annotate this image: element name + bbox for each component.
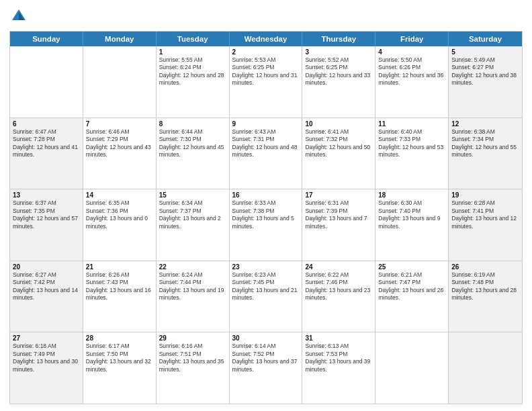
- day-cell-7: 7Sunrise: 6:46 AM Sunset: 7:29 PM Daylig…: [83, 118, 157, 189]
- day-info: Sunrise: 6:22 AM Sunset: 7:46 PM Dayligh…: [305, 271, 372, 302]
- calendar-header: SundayMondayTuesdayWednesdayThursdayFrid…: [10, 32, 522, 46]
- day-cell-23: 23Sunrise: 6:23 AM Sunset: 7:45 PM Dayli…: [230, 261, 303, 332]
- day-cell-12: 12Sunrise: 6:38 AM Sunset: 7:34 PM Dayli…: [449, 118, 522, 189]
- empty-cell-0-0: [10, 46, 83, 118]
- day-number: 22: [159, 263, 226, 271]
- day-info: Sunrise: 6:21 AM Sunset: 7:47 PM Dayligh…: [378, 271, 445, 302]
- day-cell-13: 13Sunrise: 6:37 AM Sunset: 7:35 PM Dayli…: [10, 189, 83, 261]
- day-cell-19: 19Sunrise: 6:28 AM Sunset: 7:41 PM Dayli…: [449, 189, 522, 261]
- day-cell-11: 11Sunrise: 6:40 AM Sunset: 7:33 PM Dayli…: [375, 118, 449, 189]
- day-number: 4: [378, 48, 445, 56]
- day-info: Sunrise: 6:18 AM Sunset: 7:49 PM Dayligh…: [13, 342, 80, 373]
- empty-cell-4-5: [375, 332, 449, 404]
- calendar-row-4: 27Sunrise: 6:18 AM Sunset: 7:49 PM Dayli…: [10, 332, 522, 404]
- day-number: 12: [451, 120, 519, 128]
- day-number: 21: [86, 263, 153, 271]
- day-info: Sunrise: 6:17 AM Sunset: 7:50 PM Dayligh…: [86, 342, 153, 373]
- day-number: 6: [13, 120, 80, 128]
- day-number: 13: [13, 191, 80, 199]
- day-info: Sunrise: 6:43 AM Sunset: 7:31 PM Dayligh…: [232, 128, 300, 159]
- day-info: Sunrise: 5:53 AM Sunset: 6:25 PM Dayligh…: [232, 56, 300, 87]
- day-cell-8: 8Sunrise: 6:44 AM Sunset: 7:30 PM Daylig…: [157, 118, 230, 189]
- calendar-row-2: 13Sunrise: 6:37 AM Sunset: 7:35 PM Dayli…: [10, 189, 522, 261]
- day-number: 5: [451, 48, 519, 56]
- header: [9, 7, 523, 26]
- day-info: Sunrise: 5:50 AM Sunset: 6:26 PM Dayligh…: [378, 56, 445, 87]
- calendar-row-1: 6Sunrise: 6:47 AM Sunset: 7:28 PM Daylig…: [10, 118, 522, 189]
- weekday-header-sunday: Sunday: [10, 32, 83, 46]
- day-cell-20: 20Sunrise: 6:27 AM Sunset: 7:42 PM Dayli…: [10, 261, 83, 332]
- day-cell-16: 16Sunrise: 6:33 AM Sunset: 7:38 PM Dayli…: [230, 189, 303, 261]
- day-number: 20: [13, 263, 80, 271]
- day-cell-15: 15Sunrise: 6:34 AM Sunset: 7:37 PM Dayli…: [157, 189, 230, 261]
- day-number: 28: [86, 334, 153, 342]
- day-cell-1: 1Sunrise: 5:55 AM Sunset: 6:24 PM Daylig…: [157, 46, 230, 118]
- day-number: 18: [378, 191, 445, 199]
- day-cell-6: 6Sunrise: 6:47 AM Sunset: 7:28 PM Daylig…: [10, 118, 83, 189]
- weekday-header-tuesday: Tuesday: [157, 32, 230, 46]
- logo-icon: [9, 7, 28, 26]
- day-cell-4: 4Sunrise: 5:50 AM Sunset: 6:26 PM Daylig…: [375, 46, 449, 118]
- day-number: 15: [159, 191, 226, 199]
- day-cell-17: 17Sunrise: 6:31 AM Sunset: 7:39 PM Dayli…: [302, 189, 375, 261]
- day-number: 29: [159, 334, 226, 342]
- day-number: 17: [305, 191, 372, 199]
- day-number: 31: [305, 334, 372, 342]
- day-number: 10: [305, 120, 372, 128]
- day-info: Sunrise: 6:35 AM Sunset: 7:36 PM Dayligh…: [86, 199, 153, 230]
- day-info: Sunrise: 6:34 AM Sunset: 7:37 PM Dayligh…: [159, 199, 226, 230]
- day-cell-9: 9Sunrise: 6:43 AM Sunset: 7:31 PM Daylig…: [230, 118, 303, 189]
- day-cell-2: 2Sunrise: 5:53 AM Sunset: 6:25 PM Daylig…: [230, 46, 303, 118]
- calendar-row-3: 20Sunrise: 6:27 AM Sunset: 7:42 PM Dayli…: [10, 261, 522, 332]
- day-cell-28: 28Sunrise: 6:17 AM Sunset: 7:50 PM Dayli…: [83, 332, 157, 404]
- day-info: Sunrise: 5:49 AM Sunset: 6:27 PM Dayligh…: [451, 56, 519, 87]
- day-number: 19: [451, 191, 519, 199]
- day-info: Sunrise: 6:47 AM Sunset: 7:28 PM Dayligh…: [13, 128, 80, 159]
- day-cell-22: 22Sunrise: 6:24 AM Sunset: 7:44 PM Dayli…: [157, 261, 230, 332]
- day-info: Sunrise: 6:28 AM Sunset: 7:41 PM Dayligh…: [451, 199, 519, 230]
- day-number: 23: [232, 263, 300, 271]
- day-info: Sunrise: 6:30 AM Sunset: 7:40 PM Dayligh…: [378, 199, 445, 230]
- day-info: Sunrise: 6:16 AM Sunset: 7:51 PM Dayligh…: [159, 342, 226, 373]
- day-number: 1: [159, 48, 226, 56]
- calendar-body: 1Sunrise: 5:55 AM Sunset: 6:24 PM Daylig…: [10, 46, 522, 404]
- weekday-header-monday: Monday: [83, 32, 157, 46]
- day-info: Sunrise: 6:19 AM Sunset: 7:48 PM Dayligh…: [451, 271, 519, 302]
- day-info: Sunrise: 6:14 AM Sunset: 7:52 PM Dayligh…: [232, 342, 300, 373]
- day-number: 9: [232, 120, 300, 128]
- day-info: Sunrise: 6:31 AM Sunset: 7:39 PM Dayligh…: [305, 199, 372, 230]
- day-info: Sunrise: 6:38 AM Sunset: 7:34 PM Dayligh…: [451, 128, 519, 159]
- day-info: Sunrise: 6:23 AM Sunset: 7:45 PM Dayligh…: [232, 271, 300, 302]
- day-info: Sunrise: 6:41 AM Sunset: 7:32 PM Dayligh…: [305, 128, 372, 159]
- day-cell-10: 10Sunrise: 6:41 AM Sunset: 7:32 PM Dayli…: [302, 118, 375, 189]
- day-info: Sunrise: 6:27 AM Sunset: 7:42 PM Dayligh…: [13, 271, 80, 302]
- day-number: 30: [232, 334, 300, 342]
- empty-cell-4-6: [449, 332, 522, 404]
- calendar-row-0: 1Sunrise: 5:55 AM Sunset: 6:24 PM Daylig…: [10, 46, 522, 118]
- day-cell-26: 26Sunrise: 6:19 AM Sunset: 7:48 PM Dayli…: [449, 261, 522, 332]
- day-number: 24: [305, 263, 372, 271]
- logo: [9, 7, 31, 26]
- day-cell-30: 30Sunrise: 6:14 AM Sunset: 7:52 PM Dayli…: [230, 332, 303, 404]
- day-cell-3: 3Sunrise: 5:52 AM Sunset: 6:25 PM Daylig…: [302, 46, 375, 118]
- day-info: Sunrise: 6:26 AM Sunset: 7:43 PM Dayligh…: [86, 271, 153, 302]
- day-info: Sunrise: 6:24 AM Sunset: 7:44 PM Dayligh…: [159, 271, 226, 302]
- day-info: Sunrise: 6:40 AM Sunset: 7:33 PM Dayligh…: [378, 128, 445, 159]
- day-number: 11: [378, 120, 445, 128]
- day-number: 14: [86, 191, 153, 199]
- calendar: SundayMondayTuesdayWednesdayThursdayFrid…: [9, 31, 523, 404]
- day-cell-27: 27Sunrise: 6:18 AM Sunset: 7:49 PM Dayli…: [10, 332, 83, 404]
- day-info: Sunrise: 6:37 AM Sunset: 7:35 PM Dayligh…: [13, 199, 80, 230]
- day-info: Sunrise: 5:52 AM Sunset: 6:25 PM Dayligh…: [305, 56, 372, 87]
- day-info: Sunrise: 6:13 AM Sunset: 7:53 PM Dayligh…: [305, 342, 372, 373]
- day-cell-18: 18Sunrise: 6:30 AM Sunset: 7:40 PM Dayli…: [375, 189, 449, 261]
- day-number: 7: [86, 120, 153, 128]
- day-number: 8: [159, 120, 226, 128]
- day-cell-25: 25Sunrise: 6:21 AM Sunset: 7:47 PM Dayli…: [375, 261, 449, 332]
- day-info: Sunrise: 6:44 AM Sunset: 7:30 PM Dayligh…: [159, 128, 226, 159]
- day-info: Sunrise: 5:55 AM Sunset: 6:24 PM Dayligh…: [159, 56, 226, 87]
- weekday-header-wednesday: Wednesday: [230, 32, 303, 46]
- day-cell-31: 31Sunrise: 6:13 AM Sunset: 7:53 PM Dayli…: [302, 332, 375, 404]
- day-cell-29: 29Sunrise: 6:16 AM Sunset: 7:51 PM Dayli…: [157, 332, 230, 404]
- day-number: 25: [378, 263, 445, 271]
